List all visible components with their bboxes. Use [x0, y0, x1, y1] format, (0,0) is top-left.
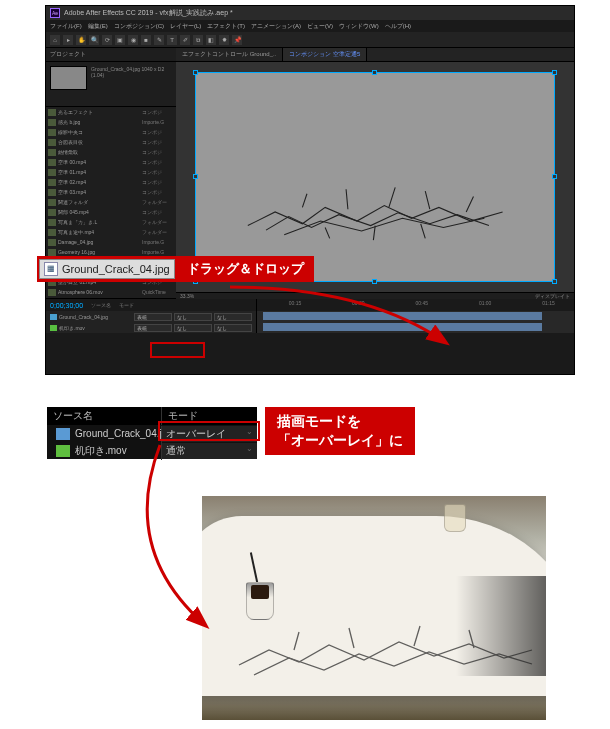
menu-view[interactable]: ビュー(V) — [307, 22, 333, 31]
menu-composition[interactable]: コンポジション(C) — [114, 22, 164, 31]
comp-tab-b[interactable]: コンポジション 空準定通5 — [283, 48, 367, 61]
eraser-tool-icon[interactable]: ◧ — [206, 35, 216, 45]
dragged-filename: Ground_Crack_04.jpg — [62, 263, 170, 275]
layer-color-icon — [50, 314, 57, 320]
asset-row[interactable]: 感光 b.jpgImporte.G — [46, 117, 176, 127]
asset-type: コンポジ — [142, 179, 174, 185]
asset-row[interactable]: 写真ま途中.mp4フォルダー — [46, 227, 176, 237]
file-chip[interactable]: ▦ Ground_Crack_04.jpg — [39, 259, 175, 279]
asset-type: フォルダー — [142, 199, 174, 205]
asset-type-icon — [48, 109, 56, 116]
comp-tabs: エフェクトコントロール Ground_.. コンポジション 空準定通5 — [176, 48, 574, 62]
timecode[interactable]: 0;00;30;00 — [50, 302, 83, 309]
asset-type-icon — [48, 189, 56, 196]
layer-mode[interactable]: 表統 — [134, 324, 172, 332]
viewer-canvas[interactable] — [195, 72, 555, 282]
layer-trkmat[interactable]: なし — [174, 324, 212, 332]
type-tool-icon[interactable]: T — [167, 35, 177, 45]
panbehind-tool-icon[interactable]: ◉ — [128, 35, 138, 45]
home-icon[interactable]: ⌂ — [50, 35, 60, 45]
asset-row[interactable]: 合図表目役コンポジ — [46, 137, 176, 147]
asset-row[interactable]: 空準 00.mp4コンポジ — [46, 157, 176, 167]
asset-name: 関連フォルダ — [58, 199, 140, 205]
asset-row[interactable]: 線影中央ココンポジ — [46, 127, 176, 137]
layer-mode[interactable]: 表統 — [134, 313, 172, 321]
asset-type: コンポジ — [142, 139, 174, 145]
layer-name: Ground_Crack_04.jpg — [59, 314, 132, 320]
hand-tool-icon[interactable]: ✋ — [76, 35, 86, 45]
asset-type-icon — [48, 179, 56, 186]
asset-type-icon — [48, 119, 56, 126]
asset-type: コンポジ — [142, 189, 174, 195]
asset-type-icon — [48, 289, 56, 296]
result-preview — [202, 496, 546, 720]
zoom-tool-icon[interactable]: 🔍 — [89, 35, 99, 45]
asset-name: 写真ま「カ」き.L — [58, 219, 140, 225]
asset-name: 空準 02.mp4 — [58, 179, 140, 185]
asset-type: コンポジ — [142, 169, 174, 175]
asset-row[interactable]: 光るエフェクトコンポジ — [46, 107, 176, 117]
asset-name: Geometry 16.jpg — [58, 249, 140, 255]
title-bar: Ae Adobe After Effects CC 2019 - vfx解説_実… — [46, 6, 574, 20]
layer-icon — [56, 445, 70, 457]
project-tab[interactable]: プロジェクト — [46, 48, 176, 62]
comp-tab-a[interactable]: エフェクトコントロール Ground_.. — [176, 48, 283, 61]
camera-tool-icon[interactable]: ▣ — [115, 35, 125, 45]
asset-row[interactable]: Atmosphere 06.movQuickTime — [46, 287, 176, 297]
menu-help[interactable]: ヘルプ(H) — [385, 22, 411, 31]
search-row[interactable] — [46, 97, 176, 107]
menu-layer[interactable]: レイヤー(L) — [170, 22, 201, 31]
rotate-tool-icon[interactable]: ⟳ — [102, 35, 112, 45]
crack-graphic — [232, 171, 518, 244]
asset-row[interactable]: 空準 01.mp4コンポジ — [46, 167, 176, 177]
callout-label: ドラッグ＆ドロップ — [177, 260, 314, 278]
menu-file[interactable]: ファイル(F) — [50, 22, 82, 31]
thumbnail-info: Ground_Crack_04.jpg 1040 x D2 (1.04) — [89, 64, 174, 95]
asset-row[interactable]: 熱情彙取コンポジ — [46, 147, 176, 157]
menu-effect[interactable]: エフェクト(T) — [207, 22, 245, 31]
cup-front — [246, 582, 274, 620]
menu-window[interactable]: ウィンドウ(W) — [339, 22, 379, 31]
shape-tool-icon[interactable]: ■ — [141, 35, 151, 45]
puppet-tool-icon[interactable]: 📌 — [232, 35, 242, 45]
asset-type: コンポジ — [142, 159, 174, 165]
asset-type-icon — [48, 239, 56, 246]
brush-tool-icon[interactable]: ✐ — [180, 35, 190, 45]
image-file-icon: ▦ — [44, 262, 58, 276]
asset-type-icon — [48, 199, 56, 206]
asset-type: フォルダー — [142, 219, 174, 225]
menu-edit[interactable]: 編集(E) — [88, 22, 108, 31]
asset-row[interactable]: 空準 02.mp4コンポジ — [46, 177, 176, 187]
asset-type-icon — [48, 249, 56, 256]
asset-row[interactable]: 写真ま「カ」き.Lフォルダー — [46, 217, 176, 227]
asset-name: 線影中央コ — [58, 129, 140, 135]
asset-row[interactable]: 関連フォルダフォルダー — [46, 197, 176, 207]
asset-row[interactable]: 関部 045.mp4コンポジ — [46, 207, 176, 217]
chevron-down-icon: ⌄ — [246, 444, 253, 458]
asset-type-icon — [48, 209, 56, 216]
asset-type: フォルダー — [142, 229, 174, 235]
layer-name: Ground_Crack_04.jpg — [73, 428, 175, 439]
asset-type-icon — [48, 129, 56, 136]
asset-row[interactable] — [46, 297, 176, 298]
asset-type: Importe.G — [142, 119, 174, 125]
asset-name: 合図表目役 — [58, 139, 140, 145]
asset-row[interactable]: 空準 03.mp4コンポジ — [46, 187, 176, 197]
layer-trkmat[interactable]: なし — [174, 313, 212, 321]
roto-tool-icon[interactable]: ✸ — [219, 35, 229, 45]
selection-tool-icon[interactable]: ▸ — [63, 35, 73, 45]
asset-type-icon — [48, 149, 56, 156]
menu-animation[interactable]: アニメーション(A) — [251, 22, 301, 31]
col-source: ソース名 — [91, 302, 111, 308]
asset-type: コンポジ — [142, 209, 174, 215]
asset-row[interactable]: Damage_04.jpgImporte.G — [46, 237, 176, 247]
asset-type-icon — [48, 159, 56, 166]
callout2-line2: 「オーバーレイ」に — [277, 432, 403, 448]
asset-type: Importe.G — [142, 249, 174, 255]
pen-tool-icon[interactable]: ✎ — [154, 35, 164, 45]
menu-bar: ファイル(F) 編集(E) コンポジション(C) レイヤー(L) エフェクト(T… — [46, 20, 574, 32]
window-title: Adobe After Effects CC 2019 - vfx解説_実践読み… — [64, 8, 233, 18]
asset-name: Damage_04.jpg — [58, 239, 140, 245]
arrow-to-result — [130, 440, 230, 640]
clone-tool-icon[interactable]: ⧉ — [193, 35, 203, 45]
